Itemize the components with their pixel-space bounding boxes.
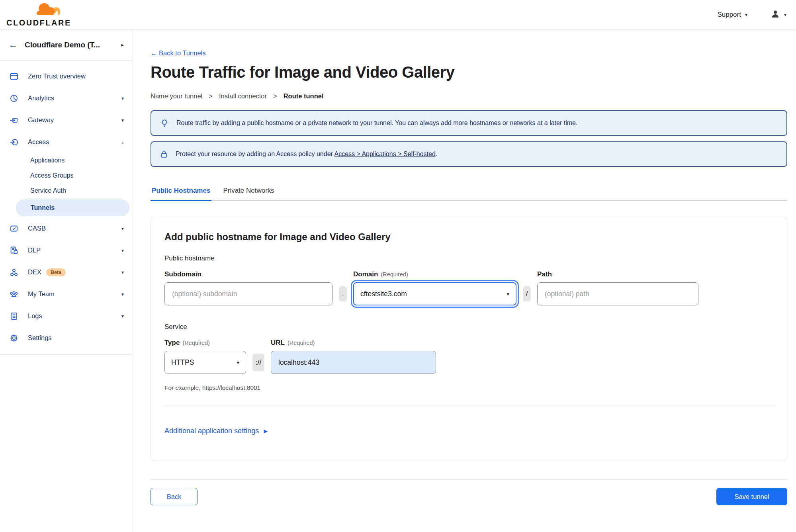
subdomain-label-text: Subdomain bbox=[164, 270, 201, 278]
beta-badge: Beta bbox=[46, 268, 66, 276]
overview-icon bbox=[9, 71, 19, 82]
back-to-tunnels-link[interactable]: ← Back to Tunnels bbox=[151, 49, 206, 57]
hostname-input-row: . cftestsite3.com ▾ / bbox=[164, 282, 775, 305]
chevron-down-icon: ▾ bbox=[121, 270, 124, 275]
access-icon bbox=[9, 137, 19, 147]
chevron-down-icon: ▾ bbox=[507, 291, 509, 297]
chevron-right-icon[interactable]: ▸ bbox=[121, 42, 124, 48]
gear-icon bbox=[9, 333, 19, 343]
domain-label: Domain(Required) bbox=[353, 270, 516, 278]
path-label-text: Path bbox=[537, 270, 552, 278]
sidebar-item-label: Analytics bbox=[28, 94, 54, 102]
sidebar-item-dlp[interactable]: DLP ▾ bbox=[0, 239, 133, 261]
cloudflare-logo[interactable]: CLOUDFLARE bbox=[6, 2, 70, 27]
casb-icon bbox=[9, 223, 19, 234]
main-content: ← Back to Tunnels Route Traffic for Imag… bbox=[133, 29, 796, 505]
service-section-label: Service bbox=[164, 323, 775, 331]
sidebar-item-casb[interactable]: CASB ▾ bbox=[0, 217, 133, 239]
service-url-input[interactable] bbox=[271, 351, 436, 374]
sidebar-item-zero-trust-overview[interactable]: Zero Trust overview bbox=[0, 65, 133, 87]
chevron-down-icon: ▾ bbox=[121, 226, 124, 231]
account-menu[interactable]: ▾ bbox=[771, 9, 786, 20]
info-banner: Route traffic by adding a public hostnam… bbox=[151, 110, 787, 136]
sidebar-nav: Zero Trust overview Analytics ▾ Gateway … bbox=[0, 61, 133, 355]
domain-select[interactable]: cftestsite3.com ▾ bbox=[353, 282, 516, 305]
slash-separator: / bbox=[523, 286, 531, 301]
sidebar-item-label: Access Groups bbox=[30, 172, 73, 179]
save-tunnel-button[interactable]: Save tunnel bbox=[716, 488, 787, 505]
subdomain-label: Subdomain bbox=[164, 270, 332, 278]
tab-public-hostnames[interactable]: Public Hostnames bbox=[151, 187, 211, 200]
breadcrumb-separator: > bbox=[273, 92, 277, 100]
domain-label-text: Domain bbox=[353, 270, 378, 278]
service-type-select[interactable]: HTTPS ▾ bbox=[164, 351, 246, 374]
chevron-down-icon: ▾ bbox=[121, 248, 124, 253]
sidebar-item-analytics[interactable]: Analytics ▾ bbox=[0, 87, 133, 109]
breadcrumb-separator: > bbox=[209, 92, 213, 100]
lightbulb-icon bbox=[159, 118, 170, 128]
sidebar-item-logs[interactable]: Logs ▾ bbox=[0, 305, 133, 327]
sidebar-item-settings[interactable]: Settings bbox=[0, 327, 133, 349]
back-arrow-icon[interactable]: ← bbox=[9, 40, 18, 50]
access-applications-self-hosted-link[interactable]: Access > Applications > Self-hosted bbox=[334, 151, 435, 157]
sidebar-item-access-groups[interactable]: Access Groups bbox=[0, 168, 133, 183]
chevron-down-icon: ▾ bbox=[237, 360, 239, 366]
sidebar-divider bbox=[0, 354, 133, 355]
cloudflare-cloud-icon bbox=[6, 2, 70, 18]
banner-text-before: Protect your resource by adding an Acces… bbox=[176, 151, 334, 157]
access-policy-banner: Protect your resource by adding an Acces… bbox=[151, 141, 787, 167]
add-hostname-card: Add public hostname for Image and Video … bbox=[151, 217, 787, 461]
dlp-icon bbox=[9, 245, 19, 256]
access-policy-banner-text: Protect your resource by adding an Acces… bbox=[176, 151, 437, 158]
team-name[interactable]: Cloudflare Demo (T... bbox=[25, 41, 121, 49]
sidebar-item-access[interactable]: Access ▴ bbox=[0, 131, 133, 153]
breadcrumb-step-install-connector[interactable]: Install connector bbox=[219, 92, 267, 100]
user-icon bbox=[771, 9, 780, 20]
chevron-down-icon: ▾ bbox=[784, 12, 786, 18]
chevron-up-icon: ▴ bbox=[121, 139, 124, 145]
sidebar-item-label: Tunnels bbox=[31, 204, 55, 211]
back-button[interactable]: Back bbox=[151, 488, 198, 505]
subdomain-input[interactable] bbox=[164, 282, 332, 305]
type-required-hint: (Required) bbox=[182, 340, 210, 346]
chevron-right-icon: ▶ bbox=[264, 428, 268, 434]
path-input[interactable] bbox=[537, 282, 698, 305]
service-label-row: Type(Required) URL(Required) bbox=[164, 339, 775, 347]
chevron-down-icon: ▾ bbox=[121, 313, 124, 319]
public-hostname-section-label: Public hostname bbox=[164, 254, 775, 262]
domain-required-hint: (Required) bbox=[381, 271, 408, 278]
card-divider bbox=[164, 405, 775, 405]
lock-icon bbox=[159, 149, 169, 159]
sidebar-item-gateway[interactable]: Gateway ▾ bbox=[0, 109, 133, 131]
support-menu[interactable]: Support ▾ bbox=[717, 11, 747, 19]
sidebar-item-label: DEX bbox=[28, 268, 41, 276]
breadcrumb-step-name-tunnel[interactable]: Name your tunnel bbox=[151, 92, 202, 100]
scheme-separator: :// bbox=[252, 354, 264, 371]
sidebar-item-applications[interactable]: Applications bbox=[0, 153, 133, 168]
domain-select-value: cftestsite3.com bbox=[360, 290, 407, 298]
banner-text-after: . bbox=[436, 151, 437, 157]
analytics-icon bbox=[9, 93, 19, 104]
url-label-text: URL bbox=[271, 339, 285, 346]
gateway-icon bbox=[9, 115, 19, 125]
sidebar-item-label: My Team bbox=[28, 290, 55, 298]
sidebar-item-label: Service Auth bbox=[30, 187, 66, 194]
dex-icon bbox=[9, 267, 19, 278]
card-heading: Add public hostname for Image and Video … bbox=[164, 231, 775, 243]
breadcrumb: Name your tunnel > Install connector > R… bbox=[151, 92, 787, 100]
cloudflare-logo-text: CLOUDFLARE bbox=[6, 18, 70, 27]
sidebar: ← Cloudflare Demo (T... ▸ Zero Trust ove… bbox=[0, 29, 133, 532]
sidebar-item-service-auth[interactable]: Service Auth bbox=[0, 183, 133, 198]
chevron-down-icon: ▾ bbox=[745, 12, 747, 18]
chevron-down-icon: ▾ bbox=[121, 96, 124, 101]
sidebar-item-label: Logs bbox=[28, 312, 42, 320]
tab-bar: Public Hostnames Private Networks bbox=[151, 187, 787, 201]
url-label: URL(Required) bbox=[271, 339, 436, 347]
tab-private-networks[interactable]: Private Networks bbox=[222, 187, 275, 200]
sidebar-item-tunnels[interactable]: Tunnels bbox=[16, 200, 129, 216]
type-label: Type(Required) bbox=[164, 339, 246, 347]
sidebar-item-dex[interactable]: DEX Beta ▾ bbox=[0, 261, 133, 283]
sidebar-item-my-team[interactable]: My Team ▾ bbox=[0, 283, 133, 305]
chevron-down-icon: ▾ bbox=[121, 291, 124, 297]
additional-settings-toggle[interactable]: Additional application settings ▶ bbox=[164, 427, 268, 435]
